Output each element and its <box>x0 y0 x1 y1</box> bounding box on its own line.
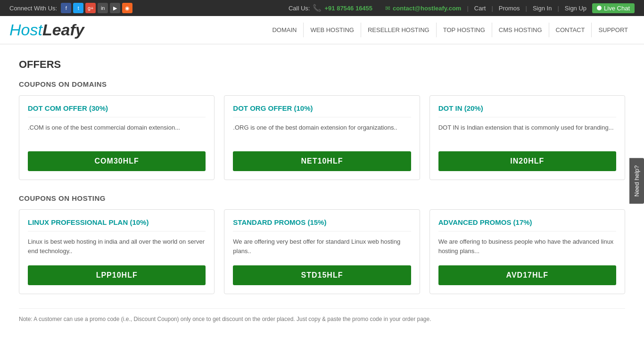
google-plus-icon[interactable]: g+ <box>85 3 96 13</box>
separator-cart: | <box>467 5 468 12</box>
email-link[interactable]: contact@hostleafy.com <box>393 5 461 12</box>
domain-coupon-desc-3: DOT IN is Indian extension that is commo… <box>438 123 616 142</box>
nav-reseller-hosting[interactable]: RESELLER HOSTING <box>361 23 437 37</box>
nav-top-hosting[interactable]: TOP HOSTING <box>437 23 492 37</box>
phone-number[interactable]: +91 87546 16455 <box>324 5 372 12</box>
domain-coupons-grid: DOT COM OFFER (30%) .COM is one of the b… <box>19 95 625 180</box>
email-section: ✉ contact@hostleafy.com <box>385 5 461 12</box>
separator-promos: | <box>491 5 493 12</box>
email-icon: ✉ <box>385 5 390 12</box>
youtube-icon[interactable]: ▶ <box>110 3 120 13</box>
separator-signin: | <box>526 5 527 12</box>
domain-coupon-desc-1: .COM is one of the best commercial domai… <box>28 123 206 142</box>
phone-section: Call Us: 📞 +91 87546 16455 <box>289 4 372 12</box>
hosting-coupon-desc-2: We are offering very best offer for stan… <box>233 237 411 256</box>
hosting-section-title: COUPONS ON HOSTING <box>19 194 625 202</box>
need-help-label: Need help? <box>633 165 640 197</box>
live-chat-dot <box>597 6 602 10</box>
linkedin-icon[interactable]: in <box>98 3 108 13</box>
sign-up-link[interactable]: Sign Up <box>565 5 586 12</box>
live-chat-button[interactable]: Live Chat <box>592 3 635 13</box>
hosting-coupon-title-3: ADVANCED PROMOS (17%) <box>438 218 616 231</box>
footer-note: Note: A customer can use a promo code (i… <box>19 308 625 322</box>
twitter-icon[interactable]: t <box>73 3 83 13</box>
logo-leafy: Leafy <box>42 21 84 39</box>
top-bar-right: Call Us: 📞 +91 87546 16455 ✉ contact@hos… <box>289 3 635 13</box>
connect-label: Connect With Us: <box>9 5 57 12</box>
logo[interactable]: HostLeafy <box>9 21 84 39</box>
nav-domain[interactable]: DOMAIN <box>265 23 304 37</box>
hosting-coupon-title-2: STANDARD PROMOS (15%) <box>233 218 411 231</box>
logo-host: Host <box>9 21 42 39</box>
social-icons: f t g+ in ▶ ◉ <box>61 3 132 13</box>
hosting-coupon-desc-3: We are offering to business people who h… <box>438 237 616 256</box>
domains-section-title: COUPONS ON DOMAINS <box>19 80 625 88</box>
hosting-coupons-grid: LINUX PROFESSIONAL PLAN (10%) Linux is b… <box>19 209 625 294</box>
domain-coupon-title-3: DOT IN (20%) <box>438 104 616 117</box>
facebook-icon[interactable]: f <box>61 3 71 13</box>
hosting-coupon-btn-3[interactable]: AVD17HLF <box>438 265 616 285</box>
hosting-coupon-card-1: LINUX PROFESSIONAL PLAN (10%) Linux is b… <box>19 209 215 294</box>
domain-coupon-title-1: DOT COM OFFER (30%) <box>28 104 206 117</box>
live-chat-label: Live Chat <box>604 5 630 12</box>
need-help-tab[interactable]: Need help? <box>629 158 644 204</box>
hosting-coupon-btn-1[interactable]: LPP10HLF <box>28 265 206 285</box>
promos-link[interactable]: Promos <box>499 5 520 12</box>
hosting-coupon-btn-2[interactable]: STD15HLF <box>233 265 411 285</box>
phone-icon: 📞 <box>313 4 322 12</box>
domain-coupon-btn-1[interactable]: COM30HLF <box>28 151 206 171</box>
call-label: Call Us: <box>289 5 310 12</box>
cart-link[interactable]: Cart <box>474 5 486 12</box>
domain-coupon-card-3: DOT IN (20%) DOT IN is Indian extension … <box>429 95 625 180</box>
header: HostLeafy DOMAIN WEB HOSTING RESELLER HO… <box>0 16 644 44</box>
nav-support[interactable]: SUPPORT <box>592 23 635 37</box>
domain-coupon-title-2: DOT ORG OFFER (10%) <box>233 104 411 117</box>
domain-coupon-card-2: DOT ORG OFFER (10%) .ORG is one of the b… <box>224 95 420 180</box>
hosting-coupon-title-1: LINUX PROFESSIONAL PLAN (10%) <box>28 218 206 231</box>
rss-icon[interactable]: ◉ <box>122 3 132 13</box>
hosting-coupon-card-3: ADVANCED PROMOS (17%) We are offering to… <box>429 209 625 294</box>
domain-coupon-card-1: DOT COM OFFER (30%) .COM is one of the b… <box>19 95 215 180</box>
page-title: OFFERS <box>19 58 625 71</box>
hosting-coupon-desc-1: Linux is best web hosting in india and a… <box>28 237 206 256</box>
sign-in-link[interactable]: Sign In <box>533 5 552 12</box>
main-content: OFFERS COUPONS ON DOMAINS DOT COM OFFER … <box>0 44 644 337</box>
top-bar: Connect With Us: f t g+ in ▶ ◉ Call Us: … <box>0 0 644 16</box>
nav-cms-hosting[interactable]: CMS HOSTING <box>492 23 549 37</box>
domain-coupon-btn-2[interactable]: NET10HLF <box>233 151 411 171</box>
domain-coupon-desc-2: .ORG is one of the best domain extension… <box>233 123 411 142</box>
domain-coupon-btn-3[interactable]: IN20HLF <box>438 151 616 171</box>
nav-contact[interactable]: CONTACT <box>549 23 592 37</box>
separator-signup: | <box>557 5 559 12</box>
top-bar-left: Connect With Us: f t g+ in ▶ ◉ <box>9 3 132 13</box>
nav-web-hosting[interactable]: WEB HOSTING <box>304 23 361 37</box>
hosting-coupon-card-2: STANDARD PROMOS (15%) We are offering ve… <box>224 209 420 294</box>
main-nav: DOMAIN WEB HOSTING RESELLER HOSTING TOP … <box>265 23 635 37</box>
